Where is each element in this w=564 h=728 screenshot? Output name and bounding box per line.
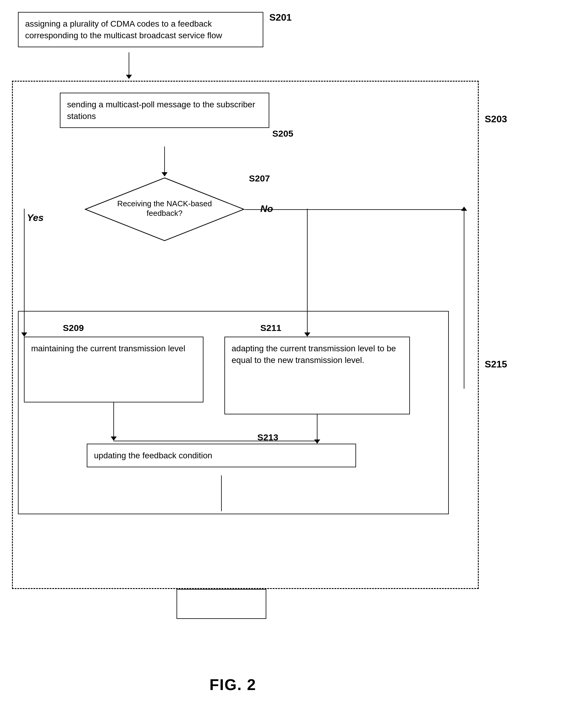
fig-label: FIG. 2 — [209, 676, 256, 694]
s209-label: S209 — [63, 323, 84, 333]
s209-text: maintaining the current transmission lev… — [31, 344, 185, 353]
s201-arrow-head — [126, 75, 132, 79]
yes-label: Yes — [27, 212, 44, 223]
s201-box: assigning a plurality of CDMA codes to a… — [18, 12, 263, 47]
s205-label: S205 — [272, 129, 293, 139]
page-container: assigning a plurality of CDMA codes to a… — [0, 0, 564, 728]
arrow-s209-right — [113, 441, 230, 441]
arrow-s209-down — [113, 402, 114, 438]
s211-label: S211 — [260, 323, 281, 333]
loop-arrow-top — [245, 209, 464, 210]
s213-box: updating the feedback condition — [87, 444, 356, 467]
bottom-rect — [176, 589, 266, 619]
s207-label: S207 — [249, 173, 270, 184]
s215-label: S215 — [485, 359, 507, 370]
arrow-s211-down — [317, 414, 318, 441]
s211-text: adapting the current transmission level … — [231, 344, 396, 365]
s201-arrow-line — [129, 52, 129, 76]
svg-text:Receiving the NACK-based: Receiving the NACK-based — [117, 199, 212, 208]
arrow-s209-down-head — [111, 437, 117, 441]
s207-diamond-container: Receiving the NACK-based feedback? — [84, 176, 245, 242]
s213-label: S213 — [257, 432, 278, 442]
arrow-s205-down-head — [161, 172, 167, 176]
loop-arrow-right — [464, 209, 464, 389]
s201-text: assigning a plurality of CDMA codes to a… — [25, 19, 222, 40]
svg-text:feedback?: feedback? — [147, 209, 182, 218]
no-label: No — [260, 203, 273, 214]
loop-arrow-head — [461, 207, 467, 211]
arrow-s213-down — [221, 475, 222, 511]
s209-box: maintaining the current transmission lev… — [24, 337, 203, 402]
s211-box: adapting the current transmission level … — [224, 337, 410, 414]
s201-label: S201 — [269, 12, 292, 23]
arrow-s205-down — [164, 146, 165, 173]
s205-box: sending a multicast-poll message to the … — [60, 93, 269, 128]
s207-diamond-shape: Receiving the NACK-based feedback? — [84, 176, 245, 242]
arrow-s211-down-head — [314, 439, 320, 444]
s205-text: sending a multicast-poll message to the … — [67, 100, 255, 121]
s203-label: S203 — [485, 114, 507, 125]
s213-text: updating the feedback condition — [94, 451, 212, 460]
